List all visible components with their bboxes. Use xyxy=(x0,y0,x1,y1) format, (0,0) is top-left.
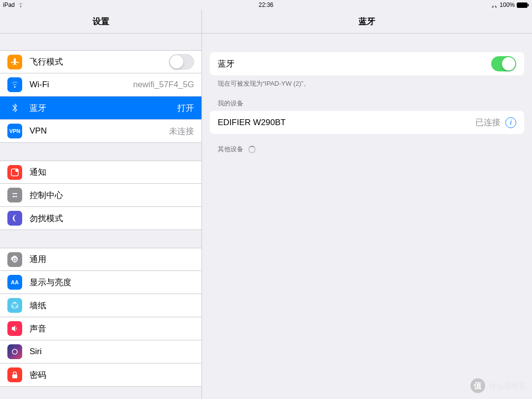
svg-point-12 xyxy=(12,349,17,354)
lock-icon xyxy=(7,367,22,382)
sound-icon xyxy=(7,321,22,336)
svg-rect-1 xyxy=(528,4,529,6)
headphone-icon xyxy=(491,2,498,8)
detail-title: 蓝牙 xyxy=(202,10,532,33)
row-label: 通知 xyxy=(30,166,194,178)
wifi-settings-icon xyxy=(7,77,22,92)
spinner-icon xyxy=(248,146,256,153)
notification-icon xyxy=(7,165,22,180)
svg-rect-0 xyxy=(517,2,528,7)
sidebar-item-general[interactable]: 通用 xyxy=(0,248,201,271)
other-devices-header: 其他设备 xyxy=(202,134,532,157)
discoverable-caption: 现在可被发现为“IPAD-YW (2)”。 xyxy=(202,75,532,88)
battery-percent: 100% xyxy=(499,1,515,8)
row-label: 密码 xyxy=(30,369,194,381)
device-name: iPad xyxy=(3,1,15,8)
sidebar-item-airplane[interactable]: 飞行模式 xyxy=(0,50,201,73)
airplane-toggle[interactable] xyxy=(169,54,194,69)
row-label: 通用 xyxy=(30,254,194,265)
sidebar-item-wallpaper[interactable]: 墙纸 xyxy=(0,294,201,317)
sidebar-item-control-center[interactable]: 控制中心 xyxy=(0,184,201,207)
other-devices-label: 其他设备 xyxy=(218,145,243,154)
battery-icon xyxy=(517,2,529,8)
row-label: 勿扰模式 xyxy=(30,213,194,224)
wallpaper-icon xyxy=(7,298,22,313)
status-bar: iPad 22:36 100% xyxy=(0,0,532,10)
detail-pane: 蓝牙 蓝牙 现在可被发现为“IPAD-YW (2)”。 我的设备 EDIFIER… xyxy=(202,10,532,399)
row-label: 墙纸 xyxy=(30,300,194,311)
row-label: 控制中心 xyxy=(30,190,194,201)
row-label: VPN xyxy=(30,126,169,136)
device-name-label: EDIFIER W290BT xyxy=(218,118,475,128)
bt-toggle-group: 蓝牙 xyxy=(210,52,524,75)
row-label: 显示与亮度 xyxy=(30,277,194,288)
svg-point-6 xyxy=(16,196,17,198)
sidebar-item-notifications[interactable]: 通知 xyxy=(0,161,201,184)
display-icon: AA xyxy=(7,275,22,290)
bt-toggle-label: 蓝牙 xyxy=(218,58,491,69)
my-devices-header: 我的设备 xyxy=(202,88,532,111)
bt-toggle[interactable] xyxy=(491,56,516,71)
svg-rect-7 xyxy=(12,196,15,197)
watermark-badge: 值 xyxy=(470,378,485,393)
device-status: 已连接 xyxy=(475,117,500,128)
row-label: Wi-Fi xyxy=(30,80,133,90)
row-label: 蓝牙 xyxy=(30,102,177,114)
siri-icon xyxy=(7,344,22,359)
sidebar-item-display[interactable]: AA 显示与亮度 xyxy=(0,271,201,294)
status-time: 22:36 xyxy=(259,1,273,8)
info-icon[interactable]: i xyxy=(505,117,516,128)
row-label: 声音 xyxy=(30,323,194,334)
gear-icon xyxy=(7,252,22,267)
bluetooth-icon xyxy=(7,100,22,115)
my-devices-group: EDIFIER W290BT 已连接 i xyxy=(210,111,524,134)
control-icon xyxy=(7,188,22,202)
svg-point-3 xyxy=(15,169,18,172)
sidebar-title: 设置 xyxy=(0,10,201,33)
device-row[interactable]: EDIFIER W290BT 已连接 i xyxy=(210,111,524,134)
row-value: 打开 xyxy=(177,102,194,114)
svg-rect-13 xyxy=(12,374,17,378)
row-value: 未连接 xyxy=(169,126,194,137)
svg-rect-5 xyxy=(14,193,17,194)
watermark: 值 什么值得买 xyxy=(470,378,526,393)
vpn-icon: VPN xyxy=(7,124,22,138)
airplane-icon xyxy=(7,55,22,69)
row-label: 飞行模式 xyxy=(30,56,169,67)
svg-point-4 xyxy=(13,193,14,195)
row-label: Siri xyxy=(30,347,194,357)
sidebar-item-vpn[interactable]: VPN VPN 未连接 xyxy=(0,120,201,143)
wifi-icon xyxy=(17,2,24,7)
sidebar-item-siri[interactable]: Siri xyxy=(0,340,201,364)
moon-icon xyxy=(7,211,22,226)
watermark-text: 什么值得买 xyxy=(489,381,526,391)
bt-toggle-row[interactable]: 蓝牙 xyxy=(210,52,524,75)
sidebar-item-dnd[interactable]: 勿扰模式 xyxy=(0,207,201,230)
row-value: newifi_57F4_5G xyxy=(133,80,194,90)
sidebar-item-sound[interactable]: 声音 xyxy=(0,317,201,340)
sidebar-item-bluetooth[interactable]: 蓝牙 打开 xyxy=(0,97,201,120)
sidebar-item-passcode[interactable]: 密码 xyxy=(0,364,201,387)
settings-sidebar: 设置 飞行模式 Wi-Fi newifi_57F4_5G 蓝牙 打开 VPN V… xyxy=(0,10,202,399)
sidebar-item-wifi[interactable]: Wi-Fi newifi_57F4_5G xyxy=(0,73,201,97)
